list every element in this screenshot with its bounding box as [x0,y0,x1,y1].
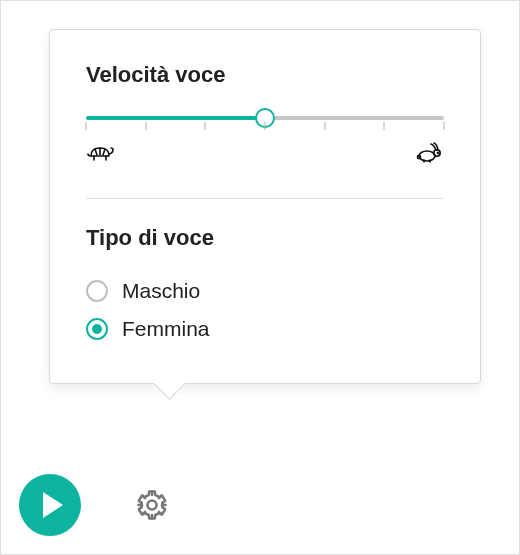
svg-point-3 [437,152,438,153]
radio-indicator [86,280,108,302]
play-icon [43,492,63,518]
radio-indicator [86,318,108,340]
svg-point-4 [147,500,156,509]
slider-fill [86,116,265,120]
speed-slider[interactable] [86,116,444,132]
turtle-icon [86,142,116,168]
speed-title: Velocità voce [86,62,444,88]
svg-point-0 [419,151,435,161]
voice-option-female[interactable]: Femmina [86,317,444,341]
voice-type-title: Tipo di voce [86,225,444,251]
bottom-toolbar [19,474,171,536]
radio-label: Femmina [122,317,210,341]
play-button[interactable] [19,474,81,536]
slider-ticks [86,122,444,132]
voice-type-group: Maschio Femmina [86,279,444,341]
speed-icon-row [86,142,444,168]
voice-settings-popup: Velocità voce [49,29,481,384]
rabbit-icon [414,142,444,168]
slider-track [86,116,444,120]
radio-label: Maschio [122,279,200,303]
settings-button[interactable] [133,486,171,524]
divider [86,198,444,199]
voice-option-male[interactable]: Maschio [86,279,444,303]
gear-icon [135,488,169,522]
